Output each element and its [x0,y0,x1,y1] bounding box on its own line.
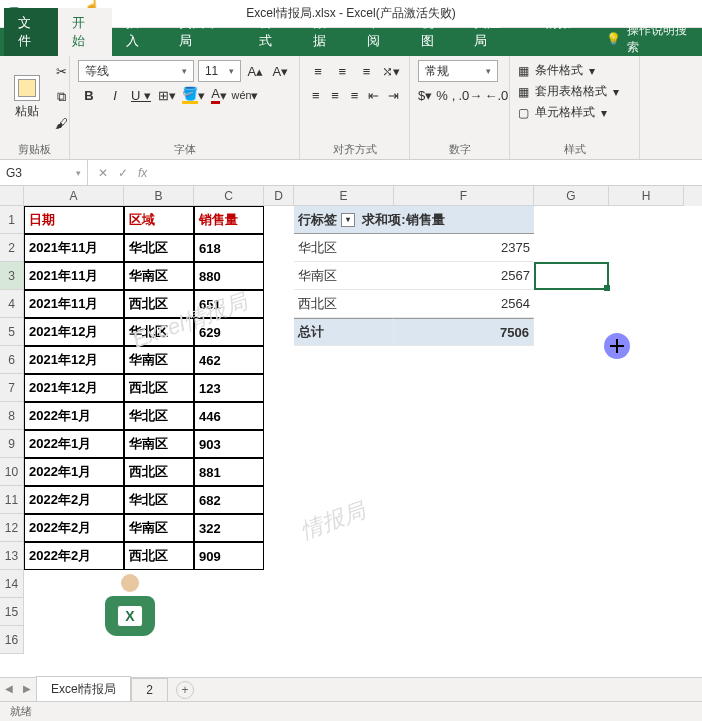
col-header-E[interactable]: E [294,186,394,206]
cell[interactable]: 华北区 [124,318,194,346]
col-header-H[interactable]: H [609,186,684,206]
cell[interactable]: 446 [194,402,264,430]
cell[interactable]: 华南区 [294,262,394,290]
tab-home[interactable]: 开始 [58,8,112,56]
pivot-filter-icon[interactable]: ▾ [341,213,355,227]
phonetic-button[interactable]: wén▾ [234,84,256,106]
cell[interactable]: 903 [194,430,264,458]
tab-insert[interactable]: 插入 [112,8,166,56]
tell-me[interactable]: 💡操作说明搜索 [606,22,698,56]
fx-icon[interactable]: fx [138,166,147,180]
row-header[interactable]: 5 [0,318,24,346]
align-right-icon[interactable]: ≡ [347,84,362,106]
cell[interactable]: 2022年1月 [24,458,124,486]
cell[interactable]: 2022年2月 [24,542,124,570]
cell[interactable]: 629 [194,318,264,346]
cell[interactable]: 322 [194,514,264,542]
conditional-format-button[interactable]: ▦条件格式 ▾ [518,60,631,81]
enter-icon[interactable]: ✓ [118,166,128,180]
comma-icon[interactable]: , [452,84,456,106]
cell[interactable]: 2022年2月 [24,486,124,514]
cell[interactable]: 2021年11月 [24,234,124,262]
border-button[interactable]: ⊞▾ [156,84,178,106]
col-header-A[interactable]: A [24,186,124,206]
number-format-select[interactable]: 常规 [418,60,498,82]
worksheet[interactable]: ABCDEFGH 12345678910111213141516 日期区域销售量… [0,186,702,666]
italic-button[interactable]: I [104,84,126,106]
cell[interactable]: 2021年11月 [24,262,124,290]
cell[interactable]: 2021年11月 [24,290,124,318]
cell[interactable]: 2375 [394,234,534,262]
col-header-D[interactable]: D [264,186,294,206]
cell[interactable]: 2021年12月 [24,346,124,374]
row-header[interactable]: 13 [0,542,24,570]
sheet-tab-active[interactable]: Excel情报局 [36,676,131,704]
cell[interactable]: 2021年12月 [24,318,124,346]
bold-button[interactable]: B [78,84,100,106]
align-center-icon[interactable]: ≡ [327,84,342,106]
cell[interactable]: 2021年12月 [24,374,124,402]
cell[interactable]: 651 [194,290,264,318]
indent-dec-icon[interactable]: ⇤ [366,84,381,106]
tab-nav-prev-icon[interactable]: ◀ [2,683,16,697]
cell[interactable]: 华南区 [124,346,194,374]
copy-icon[interactable]: ⧉ [50,86,72,108]
cell[interactable]: 西北区 [124,542,194,570]
name-box[interactable]: G3 [0,160,88,185]
row-header[interactable]: 16 [0,626,24,654]
row-header[interactable]: 3 [0,262,24,290]
cell[interactable]: 西北区 [124,290,194,318]
cell[interactable]: 2022年2月 [24,514,124,542]
fill-handle[interactable] [604,285,610,291]
cell[interactable]: 行标签▾ 求和项:销售量 [294,206,534,234]
paste-button[interactable]: 粘贴 [8,71,46,124]
select-all-corner[interactable] [0,186,24,206]
cancel-icon[interactable]: ✕ [98,166,108,180]
cell[interactable]: 2022年1月 [24,402,124,430]
currency-icon[interactable]: $▾ [418,84,432,106]
format-painter-icon[interactable]: 🖌 [50,112,72,134]
row-header[interactable]: 6 [0,346,24,374]
fill-color-button[interactable]: 🪣▾ [182,84,204,106]
cell[interactable]: 西北区 [294,290,394,318]
cell[interactable]: 2022年1月 [24,430,124,458]
dec-decimal-icon[interactable]: ←.0 [485,84,507,106]
cell[interactable]: 880 [194,262,264,290]
font-size-select[interactable]: 11 [198,60,241,82]
cell[interactable]: 销售量 [194,206,264,234]
add-sheet-button[interactable]: + [176,681,194,699]
cell[interactable]: 682 [194,486,264,514]
cell[interactable]: 123 [194,374,264,402]
tab-follow[interactable]: 关注：Excel情报局 [460,8,597,56]
cell[interactable]: 7506 [394,318,534,346]
cell[interactable]: 华北区 [124,402,194,430]
cut-icon[interactable]: ✂ [50,60,72,82]
cell[interactable]: 日期 [24,206,124,234]
orientation-icon[interactable]: ⤭▾ [381,60,401,82]
percent-icon[interactable]: % [436,84,448,106]
row-header[interactable]: 4 [0,290,24,318]
cell[interactable]: 909 [194,542,264,570]
tab-layout[interactable]: 页面布局 [165,8,245,56]
cell[interactable]: 462 [194,346,264,374]
font-color-button[interactable]: A▾ [208,84,230,106]
col-header-G[interactable]: G [534,186,609,206]
format-table-button[interactable]: ▦套用表格格式 ▾ [518,81,631,102]
cell[interactable]: 总计 [294,318,394,346]
shrink-font-icon[interactable]: A▾ [270,60,291,82]
cell[interactable]: 2564 [394,290,534,318]
row-header[interactable]: 14 [0,570,24,598]
align-left-icon[interactable]: ≡ [308,84,323,106]
row-header[interactable]: 8 [0,402,24,430]
cell[interactable]: 华北区 [124,234,194,262]
row-header[interactable]: 12 [0,514,24,542]
tab-nav-next-icon[interactable]: ▶ [20,683,34,697]
indent-inc-icon[interactable]: ⇥ [386,84,401,106]
cell[interactable]: 881 [194,458,264,486]
cell[interactable]: 西北区 [124,458,194,486]
row-header[interactable]: 2 [0,234,24,262]
row-header[interactable]: 15 [0,598,24,626]
tab-file[interactable]: 文件 [4,8,58,56]
cell[interactable]: 华北区 [294,234,394,262]
cell[interactable]: 西北区 [124,374,194,402]
